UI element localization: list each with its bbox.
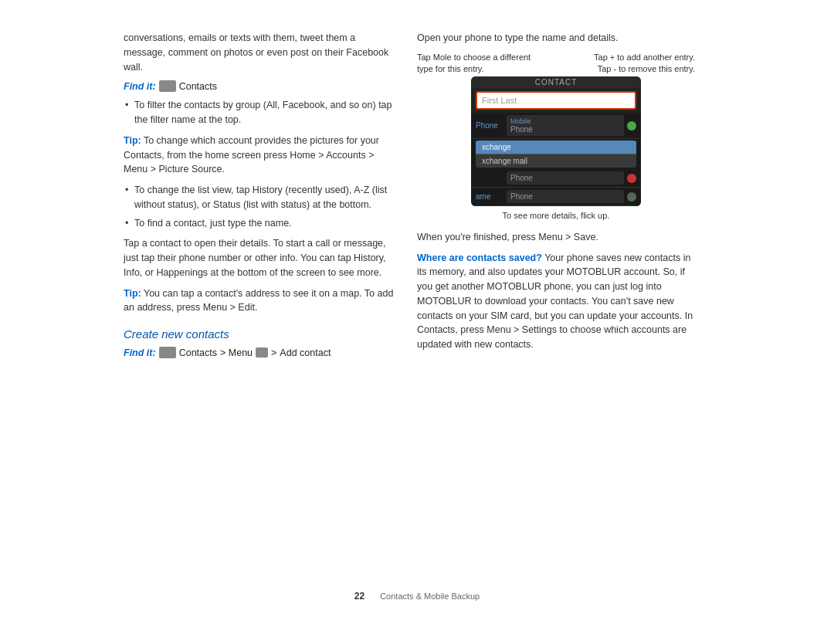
phone-field-row-1: Phone Mobile Phone: [471, 113, 641, 139]
phone-field-value-3: Phone: [510, 192, 620, 201]
bullet-item-1: To filter the contacts by group (All, Fa…: [124, 98, 394, 127]
page-number: 22: [354, 591, 364, 602]
phone-dropdown: xchange xchange mail: [476, 141, 636, 168]
bullet-item-3: To find a contact, just type the name.: [124, 216, 394, 231]
ann-right-plus: Tap + to add another entry.: [583, 52, 695, 63]
ann-right-remove: Tap - to remove this entry.: [583, 63, 695, 75]
phone-title-bar: CONTACT: [471, 76, 641, 88]
page-footer: 22 Contacts & Mobile Backup: [0, 591, 834, 602]
phone-field-type-1: Mobile: [510, 117, 620, 125]
tip2-text: You can tap a contact's address to see i…: [124, 288, 393, 314]
annotation-top-row: Tap Mole to choose a different type for …: [417, 52, 695, 75]
find-it-label: Find it:: [124, 81, 156, 92]
contacts-app-icon: [159, 80, 176, 92]
menu-icon: [256, 347, 268, 358]
dropdown-item-xchange-mail[interactable]: xchange mail: [476, 154, 636, 168]
phone-field-inner-3: Phone: [507, 190, 624, 203]
phone-remove-dot-2[interactable]: [627, 174, 636, 183]
contacts-label: Contacts: [179, 81, 217, 92]
phone-field-label-1: Phone: [476, 121, 507, 130]
find-it-add-contact: Find it: Contacts > Menu > Add contact: [124, 347, 394, 358]
contacts-label-2: Contacts: [179, 347, 217, 358]
phone-field-label-3: ame: [476, 192, 507, 201]
phone-dot-3: [627, 192, 636, 202]
tip1-label: Tip:: [124, 135, 141, 146]
section-label: Contacts & Mobile Backup: [380, 591, 480, 601]
tip1-text: To change which account provides the pic…: [124, 135, 379, 175]
bullet-list-2: To change the list view, tap History (re…: [124, 183, 394, 230]
phone-ui-mockup: CONTACT First Last Phone Mobile: [471, 76, 641, 206]
add-contact-label: Add contact: [280, 347, 331, 358]
phone-field-inner-1: Mobile Phone: [507, 115, 624, 136]
phone-field-value-2: Phone: [510, 174, 620, 182]
tip2-label: Tip:: [124, 288, 141, 299]
phone-field-row-3: ame Phone: [471, 188, 641, 206]
contacts-icon-2: [159, 347, 176, 358]
find-it-contacts: Find it: Contacts: [124, 80, 394, 92]
flick-note: To see more details, flick up.: [417, 209, 695, 222]
phone-annotation-container: Tap Mole to choose a different type for …: [417, 52, 695, 222]
phone-name-row: First Last: [471, 88, 641, 113]
right-column: Open your phone to type the name and det…: [417, 31, 695, 364]
phone-name-placeholder: First Last: [482, 96, 517, 105]
phone-add-dot-1[interactable]: [627, 121, 636, 130]
bullet-item-2: To change the list view, tap History (re…: [124, 183, 394, 212]
where-saved-paragraph: Where are contacts saved? Your phone sav…: [417, 251, 695, 352]
section-heading-create: Create new contacts: [124, 327, 394, 341]
open-phone-text: Open your phone to type the name and det…: [417, 31, 695, 46]
page: conversations, emails or texts with them…: [0, 0, 834, 644]
phone-field-value-1: Phone: [510, 125, 620, 134]
phone-field-inner-2: Phone: [507, 171, 624, 185]
phone-name-input[interactable]: First Last: [476, 91, 636, 110]
content-area: conversations, emails or texts with them…: [124, 31, 710, 364]
where-saved-label: Where are contacts saved?: [417, 253, 542, 263]
left-column: conversations, emails or texts with them…: [124, 31, 394, 364]
ann-left-mole: Tap Mole to choose a different type for …: [417, 52, 537, 75]
tap-contact-paragraph: Tap a contact to open their details. To …: [124, 236, 394, 280]
intro-paragraph: conversations, emails or texts with them…: [124, 31, 394, 74]
where-saved-text: Your phone saves new contacts in its mem…: [417, 253, 693, 351]
finished-line: When you're finished, press Menu > Save.: [417, 230, 695, 245]
tip-block-2: Tip: You can tap a contact's address to …: [124, 286, 394, 316]
tip-block-1: Tip: To change which account provides th…: [124, 134, 394, 177]
dropdown-item-xchange[interactable]: xchange: [476, 141, 636, 154]
find-it2-label: Find it:: [124, 347, 156, 358]
phone-field-row-2: Phone: [471, 169, 641, 188]
bullet-list-1: To filter the contacts by group (All, Fa…: [124, 98, 394, 127]
